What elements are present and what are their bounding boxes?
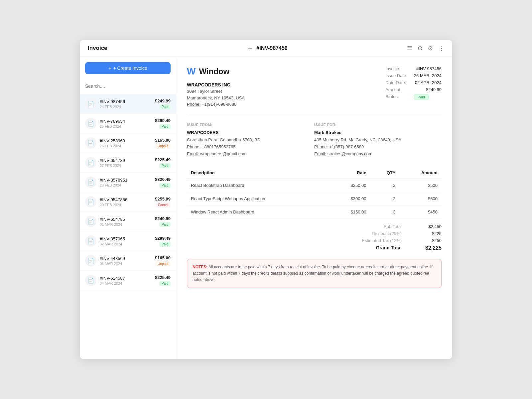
invoice-list: 📄 #INV-987456 24 FEB 2024 $249.99 Paid 📄… — [80, 94, 176, 359]
invoice-item-status: Paid — [159, 281, 171, 286]
invoice-item-meta: #INV-258963 26 FEB 2024 — [100, 138, 152, 148]
invoice-item-status: Unpaid — [155, 261, 171, 266]
detail-header: W Window WRAPCODERS INC. 3094 Taylor Str… — [187, 66, 442, 108]
invoice-item-date: 29 FEB 2024 — [100, 203, 152, 207]
billed-company-name: WRAPCODERS INC. — [187, 82, 245, 87]
invoice-list-item[interactable]: 📄 #INV-9547856 29 FEB 2024 $255.99 Cance… — [80, 192, 176, 212]
table-row: React TypeScript Webapps Application $30… — [187, 192, 442, 205]
table-row: React Bootstrap Dashboard $250.00 2 $500 — [187, 179, 442, 192]
invoice-item-right: $165.00 Unpaid — [155, 255, 171, 266]
invoice-item-status: Paid — [159, 124, 171, 129]
print-icon[interactable]: ⊙ — [418, 45, 423, 52]
items-table: Description Rate QTY Amount React Bootst… — [187, 167, 442, 219]
app-title: Invoice — [88, 45, 128, 52]
invoice-item-icon: 📄 — [85, 157, 96, 168]
invoice-item-right: $165.00 Unpaid — [155, 138, 171, 149]
invoice-item-amount: $320.49 — [155, 177, 171, 182]
invoice-list-item[interactable]: 📄 #INV-258963 26 FEB 2024 $165.00 Unpaid — [80, 133, 176, 153]
create-invoice-button[interactable]: + + Create Invoice — [85, 62, 171, 74]
issue-from-for: ISSUE FROM: WRAPCODERS Gorasthan Para, G… — [187, 116, 442, 158]
app-window: Invoice ← #INV-987456 ☰ ⊙ ⊘ ⋮ + + Create… — [80, 40, 452, 359]
invoice-list-item[interactable]: 📄 #INV-654789 27 FEB 2024 $225.49 Paid — [80, 153, 176, 173]
invoice-item-icon: 📄 — [85, 137, 96, 149]
invoice-item-icon: 📄 — [85, 98, 96, 109]
more-icon[interactable]: ⋮ — [438, 45, 444, 52]
item-amount: $600 — [399, 192, 442, 205]
for-phone: +1(357)-987-6589 — [329, 144, 364, 149]
grand-total-row: Grand Total $2,225 — [187, 245, 442, 251]
invoice-item-status: Unpaid — [155, 144, 171, 149]
invoice-item-meta: #INV-357965 02 MAR 2024 — [100, 236, 152, 246]
invoice-item-amount: $299.49 — [155, 118, 171, 123]
search-input[interactable] — [85, 82, 171, 90]
invoice-item-icon: 📄 — [85, 196, 96, 207]
invoice-list-item[interactable]: 📄 #INV-987456 24 FEB 2024 $249.99 Paid — [80, 94, 176, 114]
invoice-item-amount: $165.00 — [155, 138, 171, 143]
invoice-item-status: Paid — [159, 222, 171, 227]
top-bar: Invoice ← #INV-987456 ☰ ⊙ ⊘ ⋮ — [80, 40, 452, 57]
invoice-item-right: $299.49 Paid — [155, 118, 171, 129]
company-name: Window — [199, 67, 229, 76]
item-rate: $150.00 — [330, 205, 370, 218]
invoice-summary: Invoice: #INV-987456 Issue Date: 26 MAR,… — [385, 66, 442, 100]
detail-panel: W Window WRAPCODERS INC. 3094 Taylor Str… — [176, 57, 452, 359]
item-amount: $500 — [399, 179, 442, 192]
invoice-item-meta: #INV-9547856 29 FEB 2024 — [100, 197, 152, 207]
search-box — [85, 82, 171, 90]
top-bar-actions: ☰ ⊙ ⊘ ⋮ — [407, 45, 444, 52]
create-invoice-label: + Create Invoice — [113, 66, 147, 71]
invoice-item-id: #INV-624587 — [100, 276, 152, 281]
col-description: Description — [187, 167, 330, 179]
issue-from: ISSUE FROM: WRAPCODERS Gorasthan Para, G… — [187, 123, 314, 158]
menu-icon[interactable]: ☰ — [407, 45, 412, 52]
invoice-list-item[interactable]: 📄 #INV-624587 04 MAR 2024 $225.49 Paid — [80, 271, 176, 290]
invoice-list-item[interactable]: 📄 #INV-654785 01 MAR 2024 $249.99 Paid — [80, 212, 176, 231]
phone-label: Phone: — [187, 102, 200, 107]
invoice-item-amount: $225.49 — [155, 275, 171, 280]
tax-row: Estimated Tax (12%) $250 — [187, 238, 442, 243]
main-layout: + + Create Invoice 📄 #INV-987456 24 FEB … — [80, 57, 452, 359]
invoice-item-date: 02 MAR 2024 — [100, 242, 152, 246]
invoice-item-status: Paid — [159, 163, 171, 168]
invoice-item-status: Paid — [159, 242, 171, 247]
invoice-list-item[interactable]: 📄 #INV-357965 02 MAR 2024 $299.49 Paid — [80, 231, 176, 251]
for-name: Mark Strokes — [314, 129, 442, 136]
invoice-item-right: $249.99 Paid — [155, 98, 171, 109]
invoice-list-item[interactable]: 📄 #INV-789654 25 FEB 2024 $299.49 Paid — [80, 114, 176, 133]
discount-row: Discount (25%) $225 — [187, 231, 442, 236]
invoice-item-meta: #INV-654789 27 FEB 2024 — [100, 158, 152, 168]
invoice-item-date: 03 MAR 2024 — [100, 262, 152, 266]
invoice-item-status: Paid — [159, 183, 171, 188]
invoice-list-item[interactable]: 📄 #INV-3578951 28 FEB 2024 $320.49 Paid — [80, 173, 176, 192]
invoice-item-right: $249.99 Paid — [155, 216, 171, 227]
invoice-item-amount: $249.99 — [155, 98, 171, 103]
invoice-item-amount: $299.49 — [155, 236, 171, 241]
back-button[interactable]: ← — [247, 45, 253, 52]
item-qty: 2 — [370, 192, 400, 205]
invoice-item-date: 24 FEB 2024 — [100, 105, 152, 109]
for-email: strokes@company.com — [328, 151, 372, 156]
invoice-item-amount: $165.00 — [155, 255, 171, 260]
company-logo: W Window — [187, 66, 245, 77]
sidebar-header: + + Create Invoice — [80, 57, 176, 79]
billed-phone: +1(914)-698-9680 — [202, 102, 236, 107]
invoice-item-meta: #INV-654785 01 MAR 2024 — [100, 217, 152, 226]
from-email-label: Email: — [187, 151, 199, 156]
invoice-item-icon: 📄 — [85, 255, 96, 266]
totals-section: Sub Total $2,450 Discount (25%) $225 Est… — [187, 224, 442, 251]
invoice-item-id: #INV-654789 — [100, 158, 152, 163]
item-description: React Bootstrap Dashboard — [187, 179, 330, 192]
from-phone: +8801765952765 — [202, 144, 236, 149]
invoice-list-item[interactable]: 📄 #INV-448569 03 MAR 2024 $165.00 Unpaid — [80, 251, 176, 271]
invoice-item-amount: $249.99 — [155, 216, 171, 221]
invoice-item-meta: #INV-448569 03 MAR 2024 — [100, 256, 152, 266]
bookmark-icon[interactable]: ⊘ — [428, 45, 433, 52]
from-email: wrapcoders@gmail.com — [200, 151, 247, 156]
issue-for: ISSUE FOR: Mark Strokes 405 Mulberry Rd.… — [314, 123, 442, 158]
invoice-item-amount: $225.49 — [155, 157, 171, 162]
item-amount: $450 — [399, 205, 442, 218]
item-qty: 2 — [370, 179, 400, 192]
company-logo-area: W Window WRAPCODERS INC. 3094 Taylor Str… — [187, 66, 245, 108]
billed-address: 3094 Taylor Street Mamaroneck, NY 10543,… — [187, 88, 245, 108]
invoice-item-meta: #INV-3578951 28 FEB 2024 — [100, 178, 152, 187]
